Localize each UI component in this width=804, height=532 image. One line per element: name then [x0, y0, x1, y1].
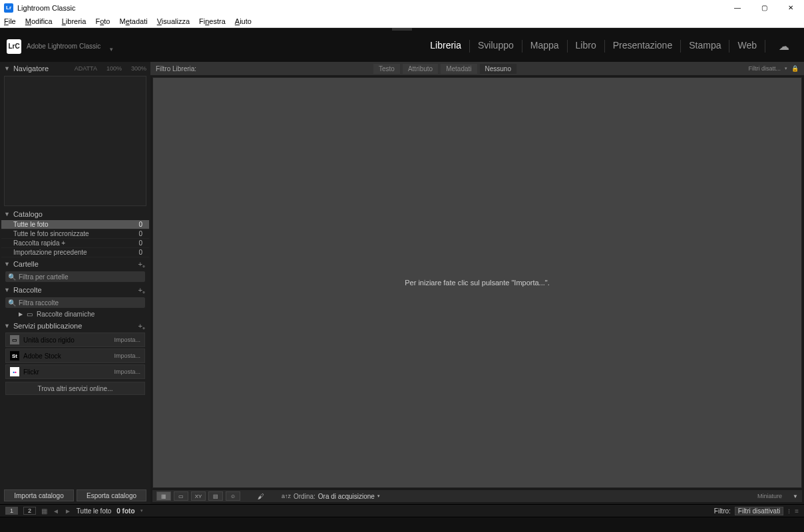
catalog-header[interactable]: ▼ Catalogo — [1, 207, 149, 220]
collections-header[interactable]: ▼ Raccolte +｡ — [1, 283, 149, 296]
chevron-icon[interactable]: ▾ — [140, 508, 143, 513]
catalog-item-count: 0 — [138, 239, 142, 247]
publish-label: Flickr — [23, 368, 39, 376]
workspace: ▼ Navigatore ADATTA 100% 300% ▼ Catalogo… — [0, 62, 804, 504]
publish-adobestock[interactable]: St Adobe Stock Imposta... — [5, 348, 145, 363]
module-mappa[interactable]: Mappa — [522, 40, 568, 53]
menu-modifica[interactable]: Modifica — [25, 17, 53, 25]
publish-setup[interactable]: Imposta... — [114, 368, 140, 375]
module-web[interactable]: Web — [729, 40, 765, 53]
expand-icon: ▶ — [19, 311, 23, 317]
grid-view-button[interactable]: ▦ — [156, 491, 171, 501]
module-libro[interactable]: Libro — [568, 40, 605, 53]
catalog-item-count: 0 — [138, 249, 142, 256]
identity-plate-dropdown[interactable]: ▼ — [108, 47, 114, 53]
zoom-300[interactable]: 300% — [131, 65, 146, 72]
filter-tab-metadati[interactable]: Metadati — [441, 64, 477, 74]
cloud-sync-icon[interactable]: ☁ — [771, 40, 797, 53]
catalog-title: Catalogo — [13, 210, 43, 218]
folders-header[interactable]: ▼ Cartelle +｡ — [1, 257, 149, 270]
smart-collections-label: Raccolte dinamiche — [37, 311, 95, 318]
menu-aiuto[interactable]: Aiuto — [235, 17, 252, 25]
module-sviluppo[interactable]: Sviluppo — [470, 40, 522, 53]
module-stampa[interactable]: Stampa — [681, 40, 729, 53]
status-source-label[interactable]: Tutte le foto — [77, 507, 111, 515]
close-button[interactable]: ✕ — [777, 0, 804, 15]
catalog-item-synced[interactable]: Tutte le foto sincronizzate 0 — [1, 229, 149, 239]
flickr-icon: •• — [10, 367, 19, 376]
navigator-header[interactable]: ▼ Navigatore ADATTA 100% 300% — [1, 62, 149, 74]
filter-toggle-icon[interactable]: ⫶ — [787, 507, 791, 515]
navigator-title: Navigatore — [13, 65, 49, 72]
status-filter-value[interactable]: Filtri disattivati — [735, 507, 783, 515]
loupe-view-button[interactable]: ▭ — [174, 491, 188, 501]
collections-filter[interactable]: 🔍 Filtra raccolte — [5, 297, 145, 308]
people-view-button[interactable]: ☺ — [226, 491, 240, 501]
brand-label: Adobe Lightroom Classic — [27, 43, 100, 50]
publish-setup[interactable]: Imposta... — [114, 336, 140, 343]
catalog-item-label: Raccolta rapida + — [13, 239, 65, 247]
zoom-fit[interactable]: ADATTA — [75, 65, 97, 72]
publish-find-more[interactable]: Trova altri servizi online... — [5, 382, 145, 395]
compare-view-button[interactable]: XY — [191, 491, 206, 501]
filters-disabled-dropdown[interactable]: Filtri disatt... — [748, 65, 781, 72]
app-title: Lightroom Classic — [17, 4, 75, 12]
filmstrip-options-icon[interactable]: ≡ — [795, 507, 799, 515]
folders-filter[interactable]: 🔍 Filtra per cartelle — [5, 271, 145, 282]
sort-direction-icon[interactable]: a↑z — [282, 493, 291, 499]
filter-tab-nessuno[interactable]: Nessuno — [480, 64, 516, 74]
grid-viewport: Per iniziare fate clic sul pulsante "Imp… — [152, 77, 802, 488]
catalog-item-quick[interactable]: Raccolta rapida + 0 — [1, 239, 149, 248]
add-publish-icon[interactable]: +｡ — [138, 322, 146, 330]
lock-icon[interactable]: 🔒 — [791, 65, 799, 72]
catalog-item-all[interactable]: Tutte le foto 0 — [1, 220, 149, 229]
menu-visualizza[interactable]: Visualizza — [157, 17, 190, 25]
module-presentazione[interactable]: Presentazione — [605, 40, 682, 53]
menu-file[interactable]: File — [4, 17, 16, 25]
menu-finestra[interactable]: Finestra — [199, 17, 226, 25]
painter-icon[interactable]: 🖌 — [258, 493, 264, 500]
chevron-icon[interactable]: ▾ — [785, 66, 787, 71]
status-count[interactable]: 0 foto — [116, 507, 134, 515]
import-button[interactable]: Importa catalogo — [4, 489, 74, 501]
catalog-item-label: Tutte le foto sincronizzate — [13, 230, 89, 237]
adobestock-icon: St — [10, 351, 19, 360]
grid-icon[interactable]: ▦ — [41, 507, 47, 515]
nav-prev-icon[interactable]: ◄ — [53, 507, 59, 515]
status-bar: 1 2 ▦ ◄ ► Tutte le foto 0 foto ▾ Filtro:… — [0, 504, 804, 517]
smart-collections-row[interactable]: ▶ ▭ Raccolte dinamiche — [1, 309, 149, 319]
add-folder-icon[interactable]: +｡ — [138, 260, 146, 268]
search-icon: 🔍 — [8, 273, 16, 281]
minimize-button[interactable]: — — [724, 0, 751, 15]
survey-view-button[interactable]: ▤ — [208, 491, 223, 501]
filterbar-label: Filtro Libreria: — [156, 65, 196, 72]
toolbar-options-icon[interactable]: ▼ — [793, 493, 798, 499]
sort-field[interactable]: Ora di acquisizione — [318, 493, 375, 500]
filmstrip[interactable] — [0, 517, 804, 532]
menu-metadati[interactable]: Metadati — [119, 17, 147, 25]
publish-flickr[interactable]: •• Flickr Imposta... — [5, 364, 145, 379]
nav-next-icon[interactable]: ► — [65, 507, 71, 515]
export-button[interactable]: Esporta catalogo — [77, 489, 146, 501]
menu-libreria[interactable]: Libreria — [62, 17, 87, 25]
screen-1-button[interactable]: 1 — [5, 507, 18, 515]
filter-tab-attributo[interactable]: Attributo — [403, 64, 438, 74]
module-libreria[interactable]: Libreria — [422, 40, 470, 53]
publish-header[interactable]: ▼ Servizi pubblicazione +｡ — [1, 319, 149, 332]
maximize-button[interactable]: ▢ — [751, 0, 777, 15]
center-area: Filtro Libreria: Testo Attributo Metadat… — [150, 62, 804, 504]
add-collection-icon[interactable]: +｡ — [138, 286, 146, 294]
lrc-badge: LrC — [7, 39, 21, 54]
menu-bar: File Modifica Libreria Foto Metadati Vis… — [0, 15, 804, 28]
chevron-icon[interactable]: ▾ — [377, 493, 380, 499]
catalog-item-prev-import[interactable]: Importazione precedente 0 — [1, 248, 149, 257]
screen-2-button[interactable]: 2 — [23, 507, 36, 515]
sort-label: Ordina: — [294, 493, 315, 500]
publish-setup[interactable]: Imposta... — [114, 352, 140, 359]
filter-tab-testo[interactable]: Testo — [373, 64, 400, 74]
menu-foto[interactable]: Foto — [95, 17, 110, 25]
publish-harddrive[interactable]: ▭ Unità disco rigido Imposta... — [5, 332, 145, 347]
zoom-100[interactable]: 100% — [106, 65, 122, 72]
collapse-icon: ▼ — [4, 211, 10, 217]
folder-icon: ▭ — [27, 311, 33, 318]
